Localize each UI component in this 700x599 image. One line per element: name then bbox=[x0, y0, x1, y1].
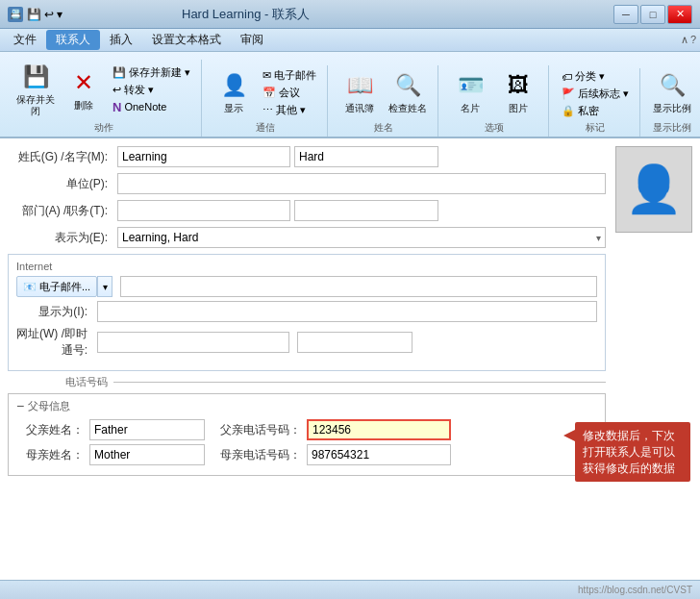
followup-button[interactable]: 🚩 后续标志 ▾ bbox=[559, 86, 632, 102]
display-dropdown[interactable]: Learning, Hard ▾ bbox=[117, 227, 606, 248]
menu-insert[interactable]: 插入 bbox=[100, 30, 142, 50]
category-icon: 🏷 bbox=[562, 71, 572, 83]
father-phone-label: 父亲电话号码： bbox=[220, 422, 301, 438]
company-label: 单位(P): bbox=[8, 176, 113, 192]
check-name-button[interactable]: 🔍 检查姓名 bbox=[386, 65, 430, 119]
dropdown-arrow: ▾ bbox=[596, 233, 601, 243]
zoom-group-label: 显示比例 bbox=[653, 121, 691, 135]
internet-section: Internet 📧 电子邮件... ▾ 显示为(I): bbox=[8, 254, 606, 371]
last-name-input[interactable] bbox=[117, 146, 290, 167]
parent-section-label: 父母信息 bbox=[28, 399, 70, 413]
web-label: 网址(W) /即时通号: bbox=[16, 326, 93, 359]
menu-review[interactable]: 审阅 bbox=[231, 30, 273, 50]
status-bar: https://blog.csdn.net/CVST bbox=[0, 580, 700, 599]
ribbon-group-options: 🪪 名片 🖼 图片 选项 bbox=[440, 65, 549, 137]
private-button[interactable]: 🔒 私密 bbox=[559, 103, 632, 119]
comm-group-label: 通信 bbox=[256, 121, 275, 135]
email-btn-icon: 📧 bbox=[23, 281, 37, 293]
zoom-icon: 🔍 bbox=[657, 70, 688, 101]
fax-row: 电话号码 bbox=[8, 375, 606, 389]
display-label: 显示 bbox=[224, 103, 243, 114]
ribbon-group-zoom: 🔍 显示比例 显示比例 bbox=[642, 65, 700, 137]
zoom-button[interactable]: 🔍 显示比例 bbox=[650, 65, 694, 119]
email-btn-group: 📧 电子邮件... ▾ bbox=[16, 276, 112, 297]
web-input[interactable] bbox=[97, 332, 289, 353]
private-label: 私密 bbox=[578, 104, 599, 118]
save-close-button[interactable]: 💾 保存并关闭 bbox=[13, 60, 58, 119]
followup-icon: 🚩 bbox=[562, 87, 575, 100]
ribbon-collapse[interactable]: ∧ ? bbox=[681, 34, 696, 46]
email-input[interactable] bbox=[120, 276, 597, 297]
picture-icon: 🖼 bbox=[503, 70, 534, 101]
mother-name-input[interactable] bbox=[89, 444, 205, 465]
parent-section: 父母信息 父亲姓名： 父亲电话号码： 母亲姓名： 母亲电话号码： bbox=[8, 393, 606, 476]
department-input[interactable] bbox=[117, 200, 290, 221]
more-button[interactable]: ⋯ 其他 ▾ bbox=[260, 102, 319, 118]
fax-divider bbox=[113, 382, 606, 383]
menu-file[interactable]: 文件 bbox=[4, 30, 46, 50]
menu-format[interactable]: 设置文本格式 bbox=[142, 30, 231, 50]
email-button[interactable]: ✉ 电子邮件 bbox=[260, 67, 319, 84]
onenote-button[interactable]: N OneNote bbox=[110, 99, 193, 115]
company-row: 单位(P): bbox=[8, 173, 606, 194]
name-group-label: 姓名 bbox=[374, 121, 393, 135]
email-btn-label: 电子邮件... bbox=[39, 280, 90, 294]
meeting-button[interactable]: 📅 会议 bbox=[260, 85, 319, 101]
form-main: 姓氏(G) /名字(M): 单位(P): 部门(A) /职务(T): 表示为(E… bbox=[8, 146, 606, 580]
delete-button[interactable]: ✕ 删除 bbox=[62, 62, 106, 116]
save-close-label: 保存并关闭 bbox=[15, 94, 56, 117]
maximize-button[interactable]: □ bbox=[640, 5, 665, 24]
company-input[interactable] bbox=[117, 173, 606, 194]
ribbon-group-name: 📖 通讯簿 🔍 检查姓名 姓名 bbox=[330, 65, 438, 137]
options-group-label: 选项 bbox=[485, 121, 504, 135]
save-new-button[interactable]: 💾 保存并新建 ▾ bbox=[110, 64, 193, 81]
name-row: 姓氏(G) /名字(M): bbox=[8, 146, 606, 167]
addressbook-label: 通讯簿 bbox=[345, 103, 374, 114]
father-row: 父亲姓名： 父亲电话号码： bbox=[16, 419, 597, 440]
name-label: 姓氏(G) /名字(M): bbox=[8, 149, 113, 165]
more-icon: ⋯ bbox=[262, 104, 273, 116]
title-bar-left: 📇 💾 ↩ ▾ Hard Learning - 联系人 bbox=[8, 6, 310, 23]
save-close-icon: 💾 bbox=[20, 62, 51, 92]
category-label: 分类 ▾ bbox=[575, 69, 605, 84]
email-dropdown-button[interactable]: ▾ bbox=[97, 276, 112, 297]
father-phone-input[interactable] bbox=[307, 419, 451, 440]
display-button[interactable]: 👤 显示 bbox=[212, 65, 256, 119]
internet-section-label: Internet bbox=[16, 261, 597, 272]
menu-contact[interactable]: 联系人 bbox=[46, 30, 100, 50]
forward-button[interactable]: ↩ 转发 ▾ bbox=[110, 82, 193, 98]
father-name-input[interactable] bbox=[89, 419, 205, 440]
status-url: https://blog.csdn.net/CVST bbox=[578, 585, 692, 595]
zoom-label: 显示比例 bbox=[653, 103, 691, 114]
avatar-icon: 👤 bbox=[625, 162, 683, 216]
tags-group-label: 标记 bbox=[586, 121, 605, 135]
check-name-label: 检查姓名 bbox=[388, 103, 427, 114]
email-ribbon-label: 电子邮件 bbox=[274, 68, 316, 83]
save-new-icon: 💾 bbox=[112, 66, 126, 79]
ribbon-col-tags: 🏷 分类 ▾ 🚩 后续标志 ▾ 🔒 私密 bbox=[559, 68, 632, 119]
title-text: Hard Learning - 联系人 bbox=[182, 6, 310, 23]
email-main-button[interactable]: 📧 电子邮件... bbox=[16, 276, 97, 297]
meeting-icon: 📅 bbox=[262, 87, 276, 99]
mother-phone-label: 母亲电话号码： bbox=[220, 447, 301, 463]
avatar-placeholder: 👤 bbox=[615, 146, 692, 233]
jobtitle-input[interactable] bbox=[294, 200, 438, 221]
display-row: 表示为(E): Learning, Hard ▾ bbox=[8, 227, 606, 248]
email-display-input[interactable] bbox=[97, 301, 597, 322]
im-input[interactable] bbox=[297, 332, 412, 353]
avatar-section: 👤 bbox=[615, 146, 692, 580]
mother-phone-input[interactable] bbox=[307, 444, 451, 465]
father-name-label: 父亲姓名： bbox=[16, 422, 84, 438]
first-name-input[interactable] bbox=[294, 146, 438, 167]
display-label: 表示为(E): bbox=[8, 230, 113, 246]
close-button[interactable]: ✕ bbox=[667, 5, 692, 24]
fax-label: 电话号码 bbox=[8, 375, 113, 389]
business-card-button[interactable]: 🪪 名片 bbox=[448, 65, 492, 119]
picture-button[interactable]: 🖼 图片 bbox=[496, 65, 540, 119]
department-row: 部门(A) /职务(T): bbox=[8, 200, 606, 221]
category-button[interactable]: 🏷 分类 ▾ bbox=[559, 68, 632, 85]
meeting-label: 会议 bbox=[279, 86, 300, 100]
app-icon: 📇 bbox=[8, 7, 23, 22]
minimize-button[interactable]: ─ bbox=[613, 5, 638, 24]
addressbook-button[interactable]: 📖 通讯簿 bbox=[338, 65, 382, 119]
